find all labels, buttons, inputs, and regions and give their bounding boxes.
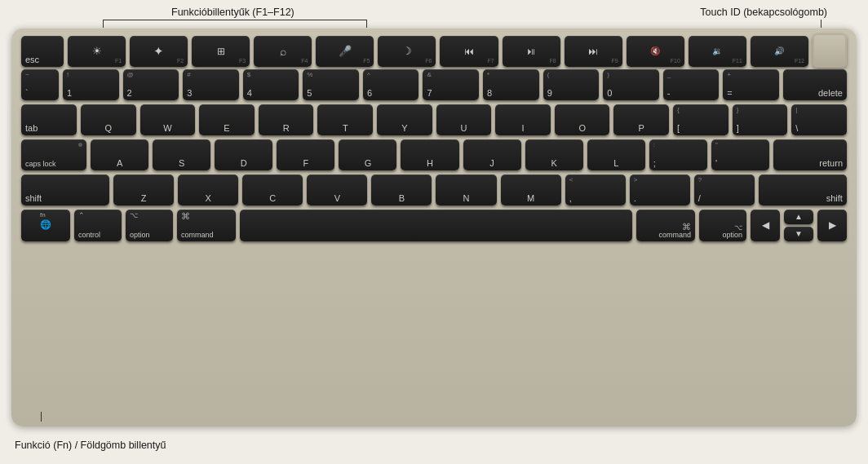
bottom-row: fn 🌐 ⌃ control ⌥ option ⌘ command ⌘ comm…: [21, 210, 847, 241]
key-slash[interactable]: ? /: [694, 175, 755, 205]
key-esc[interactable]: esc: [21, 36, 64, 67]
key-option-left[interactable]: ⌥ option: [126, 210, 173, 241]
key-g[interactable]: G: [339, 139, 396, 170]
rewind-icon: ⏮: [464, 46, 474, 57]
key-5[interactable]: % 5: [303, 69, 359, 100]
key-z[interactable]: Z: [113, 175, 174, 205]
playpause-icon: ⏯: [526, 46, 536, 57]
brightness-low-icon: ☀: [92, 45, 102, 58]
key-w[interactable]: W: [140, 104, 196, 135]
key-f[interactable]: F: [277, 139, 334, 170]
key-touch-id[interactable]: [813, 33, 847, 68]
key-shift-right[interactable]: shift: [759, 175, 847, 205]
key-arrow-left[interactable]: ◀: [751, 210, 780, 241]
key-n[interactable]: N: [436, 175, 496, 205]
key-space[interactable]: [240, 210, 632, 241]
key-semicolon[interactable]: : ;: [649, 139, 707, 170]
key-b[interactable]: B: [371, 175, 432, 205]
key-8[interactable]: * 8: [483, 69, 539, 100]
key-caps-lock[interactable]: caps lock: [21, 139, 86, 170]
fastforward-icon: ⏭: [588, 46, 598, 57]
key-t[interactable]: T: [317, 104, 373, 135]
key-l[interactable]: L: [587, 139, 645, 170]
key-u[interactable]: U: [436, 104, 492, 135]
search-icon: ⌕: [280, 45, 286, 59]
key-tab[interactable]: tab: [21, 104, 77, 135]
key-shift-left[interactable]: shift: [21, 175, 109, 205]
key-f2[interactable]: ✦ F2: [130, 36, 188, 67]
key-i[interactable]: I: [495, 104, 551, 135]
key-delete[interactable]: delete: [783, 69, 847, 100]
key-1[interactable]: ! 1: [63, 69, 119, 100]
key-return[interactable]: return: [773, 139, 847, 170]
key-arrow-up[interactable]: ▲: [784, 210, 813, 224]
key-p[interactable]: P: [613, 104, 669, 135]
keyboard: esc ☀ F1 ✦ F2 ⊞ F3 ⌕ F4 🎤 F5 ☽ F6 ⏮ F7: [11, 28, 857, 426]
key-f3[interactable]: ⊞ F3: [192, 36, 250, 67]
key-f10[interactable]: 🔇 F10: [627, 36, 684, 67]
annotation-top-fn: Funkcióbillentyűk (F1–F12): [171, 7, 294, 18]
key-r[interactable]: R: [259, 104, 314, 135]
key-e[interactable]: E: [199, 104, 255, 135]
key-4[interactable]: $ 4: [243, 69, 299, 100]
key-control[interactable]: ⌃ control: [74, 210, 122, 241]
key-period[interactable]: > .: [630, 175, 690, 205]
key-d[interactable]: D: [215, 139, 272, 170]
key-0[interactable]: ) 0: [603, 69, 659, 100]
key-v[interactable]: V: [307, 175, 367, 205]
key-f12[interactable]: 🔊 F12: [751, 36, 808, 67]
arrow-up-icon: ▲: [795, 212, 803, 222]
key-arrow-down[interactable]: ▼: [784, 227, 813, 241]
key-backslash[interactable]: | \: [791, 104, 847, 135]
annotation-bottom-line: [41, 412, 42, 422]
key-command-left[interactable]: ⌘ command: [177, 210, 236, 241]
mission-control-icon: ⊞: [217, 46, 225, 57]
vol-up-icon: 🔊: [774, 46, 784, 56]
caps-lock-led: [78, 143, 82, 147]
number-row: ~ ` ! 1 @ 2 # 3 $ 4 % 5 ^ 6 & 7: [21, 69, 847, 100]
key-comma[interactable]: < ,: [565, 175, 626, 205]
key-h[interactable]: H: [401, 139, 458, 170]
key-f6[interactable]: ☽ F6: [378, 36, 436, 67]
key-option-right[interactable]: ⌥ option: [699, 210, 746, 241]
key-backtick[interactable]: ~ `: [21, 69, 59, 100]
key-7[interactable]: & 7: [423, 69, 479, 100]
key-f5[interactable]: 🎤 F5: [316, 36, 374, 67]
key-k[interactable]: K: [525, 139, 583, 170]
key-x[interactable]: X: [178, 175, 238, 205]
arrow-right-icon: ▶: [829, 219, 836, 231]
key-left-bracket[interactable]: { [: [673, 104, 728, 135]
tab-row: tab Q W E R T Y U I O P: [21, 104, 847, 135]
key-y[interactable]: Y: [377, 104, 432, 135]
key-c[interactable]: C: [242, 175, 303, 205]
key-minus[interactable]: _ -: [663, 69, 720, 100]
key-f1[interactable]: ☀ F1: [68, 36, 126, 67]
key-right-bracket[interactable]: } ]: [733, 104, 788, 135]
key-q[interactable]: Q: [81, 104, 136, 135]
key-o[interactable]: O: [555, 104, 610, 135]
key-f9[interactable]: ⏭ F9: [565, 36, 622, 67]
key-f11[interactable]: 🔉 F11: [689, 36, 746, 67]
key-f4[interactable]: ⌕ F4: [254, 36, 312, 67]
key-command-right[interactable]: ⌘ command: [636, 210, 695, 241]
fn-label: fn: [40, 212, 46, 219]
key-3[interactable]: # 3: [183, 69, 239, 100]
key-6[interactable]: ^ 6: [363, 69, 419, 100]
key-quote[interactable]: " ': [711, 139, 769, 170]
key-fn-globe[interactable]: fn 🌐: [21, 210, 70, 241]
caps-row: caps lock A S D F G H J K L : ;: [21, 139, 847, 170]
key-m[interactable]: M: [501, 175, 561, 205]
key-2[interactable]: @ 2: [123, 69, 179, 100]
key-j[interactable]: J: [463, 139, 521, 170]
key-equals[interactable]: + =: [723, 69, 779, 100]
key-a[interactable]: A: [91, 139, 148, 170]
key-f7[interactable]: ⏮ F7: [440, 36, 498, 67]
arrow-vertical-cluster: ▲ ▼: [784, 210, 813, 241]
key-s[interactable]: S: [153, 139, 210, 170]
key-arrow-right[interactable]: ▶: [817, 210, 847, 241]
key-9[interactable]: ( 9: [543, 69, 600, 100]
fn-bracket-line: [103, 20, 367, 28]
key-f8[interactable]: ⏯ F8: [503, 36, 560, 67]
brightness-high-icon: ✦: [153, 44, 164, 59]
annotation-top-touchid: Touch ID (bekapcsológomb): [700, 7, 827, 18]
